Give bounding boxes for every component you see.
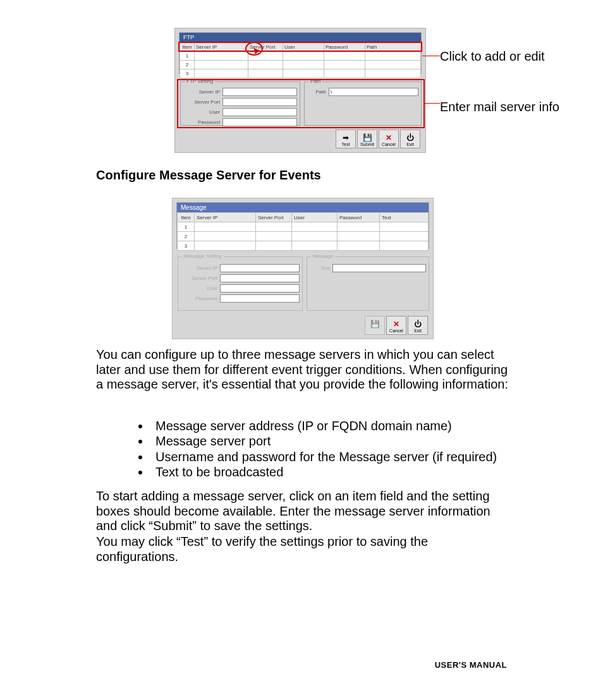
label-msg-server-ip: Server IP	[181, 265, 217, 271]
col-password: Password	[324, 43, 365, 52]
row-path: Path	[307, 88, 418, 96]
submit-button[interactable]: 💾 Submit	[357, 130, 377, 148]
label-msg-password: Password	[181, 296, 217, 301]
ftp-panel: FTP Item Server IP Server Port User Pass…	[174, 28, 426, 153]
cancel-label: Cancel	[389, 329, 403, 333]
label-msg-server-port: Server Port	[181, 275, 217, 281]
message-list-box: Message Item Server IP Server Port User …	[176, 202, 429, 249]
input-msg-text[interactable]	[332, 264, 426, 272]
row-password: Password	[183, 118, 297, 126]
row-server-port: Server Port	[183, 98, 297, 106]
x-icon: ✕	[386, 133, 392, 142]
cancel-button[interactable]: ✕ Cancel	[386, 316, 406, 335]
exit-button[interactable]: ⏻ Exit	[408, 316, 428, 335]
col-user: User	[283, 43, 324, 52]
test-button[interactable]: ➡ Test	[336, 130, 356, 148]
bullet-item: Username and password for the Message se…	[150, 449, 515, 464]
footer-label: USER'S MANUAL	[435, 660, 507, 670]
message-setting-legend: Message Setting	[182, 253, 224, 259]
ftp-row[interactable]: 2	[180, 61, 421, 69]
label-server-ip: Server IP	[183, 89, 220, 95]
col-password: Password	[338, 213, 380, 222]
paragraph-3: You may click “Test” to verify the setti…	[96, 534, 510, 564]
message-row[interactable]: 2	[178, 232, 429, 241]
ftp-titlebar: FTP	[180, 33, 421, 42]
submit-button-disabled: 💾 Submit	[365, 316, 385, 335]
input-msg-password[interactable]	[220, 294, 300, 303]
cancel-button[interactable]: ✕ Cancel	[379, 130, 399, 148]
col-server-ip: Server IP	[195, 43, 248, 52]
label-msg-text: Text	[310, 265, 330, 271]
col-item: Item	[180, 43, 195, 52]
ftp-setting-legend: FTP Setting	[185, 78, 215, 84]
floppy-icon: 💾	[370, 320, 380, 329]
message-table-header: Item Server IP Server Port User Password…	[178, 213, 429, 222]
ftp-row[interactable]: 3	[180, 69, 421, 78]
annotation-click-add: Click to add or edit	[440, 49, 545, 64]
row-server-ip: Server IP	[183, 88, 297, 96]
ftp-row[interactable]: 1	[180, 52, 421, 61]
ftp-button-bar: ➡ Test 💾 Submit ✕ Cancel ⏻ Exit	[336, 130, 420, 148]
label-server-port: Server Port	[183, 99, 220, 105]
power-icon: ⏻	[414, 320, 422, 329]
ftp-path-legend: Path	[308, 78, 322, 84]
power-icon: ⏻	[406, 133, 414, 142]
message-text-fieldset: Message Text	[307, 256, 429, 311]
submit-label: Submit	[360, 142, 374, 147]
col-item: Item	[178, 213, 195, 222]
callout-line-1	[422, 56, 440, 56]
message-panel: Message Item Server IP Server Port User …	[172, 198, 434, 339]
col-server-ip: Server IP	[195, 213, 256, 222]
row-msg-server-ip: Server IP	[181, 264, 300, 272]
input-msg-user[interactable]	[220, 284, 300, 293]
callout-line-2	[425, 103, 440, 104]
row-msg-user: User	[181, 284, 300, 293]
bullet-list: Message server address (IP or FQDN domai…	[135, 418, 515, 480]
page: FTP Item Server IP Server Port User Pass…	[0, 0, 603, 700]
paragraph-2: To start adding a message server, click …	[96, 489, 510, 534]
input-password[interactable]	[222, 118, 297, 126]
bullet-item: Text to be broadcasted	[150, 464, 515, 480]
input-user[interactable]	[222, 108, 297, 116]
input-msg-server-port[interactable]	[220, 274, 300, 282]
ftp-table-header: Item Server IP Server Port User Password…	[180, 43, 421, 52]
col-text: Text	[380, 213, 429, 222]
ftp-setting-fieldset: FTP Setting Server IP Server Port User P…	[180, 81, 300, 126]
col-path: Path	[365, 43, 421, 52]
exit-label: Exit	[414, 329, 422, 333]
ftp-table: Item Server IP Server Port User Password…	[180, 42, 421, 78]
floppy-icon: 💾	[363, 133, 372, 142]
arrow-right-icon: ➡	[343, 133, 349, 142]
exit-label: Exit	[406, 142, 414, 147]
paragraph-1: You can configure up to three message se…	[96, 347, 510, 392]
message-table: Item Server IP Server Port User Password…	[177, 212, 429, 251]
message-button-bar: 💾 Submit ✕ Cancel ⏻ Exit	[365, 316, 428, 335]
bullet-item: Message server address (IP or FQDN domai…	[150, 418, 515, 433]
ftp-path-fieldset: Path Path	[304, 81, 422, 126]
exit-button[interactable]: ⏻ Exit	[400, 130, 420, 148]
ftp-list-box: FTP Item Server IP Server Port User Pass…	[179, 32, 422, 74]
label-user: User	[183, 109, 220, 115]
row-user: User	[183, 108, 297, 116]
cancel-label: Cancel	[382, 142, 396, 147]
col-server-port: Server Port	[256, 213, 292, 222]
test-label: Test	[342, 142, 350, 147]
bullet-item: Message server port	[150, 433, 515, 449]
message-text-legend: Message	[311, 253, 335, 259]
label-path: Path	[307, 89, 326, 95]
annotation-enter-info: Enter mail server info	[440, 100, 559, 114]
row-msg-password: Password	[181, 294, 300, 303]
row-msg-server-port: Server Port	[181, 274, 300, 282]
message-setting-fieldset: Message Setting Server IP Server Port Us…	[178, 256, 303, 311]
message-row[interactable]: 3	[178, 241, 429, 251]
input-msg-server-ip[interactable]	[220, 264, 300, 272]
input-path[interactable]	[329, 88, 418, 96]
x-icon: ✕	[393, 320, 399, 329]
message-row[interactable]: 1	[178, 222, 429, 232]
col-user: User	[292, 213, 338, 222]
message-titlebar: Message	[177, 203, 429, 212]
section-heading: Configure Message Server for Events	[96, 168, 321, 183]
row-msg-text: Text	[310, 264, 426, 272]
input-server-port[interactable]	[222, 98, 297, 106]
input-server-ip[interactable]	[222, 88, 297, 96]
